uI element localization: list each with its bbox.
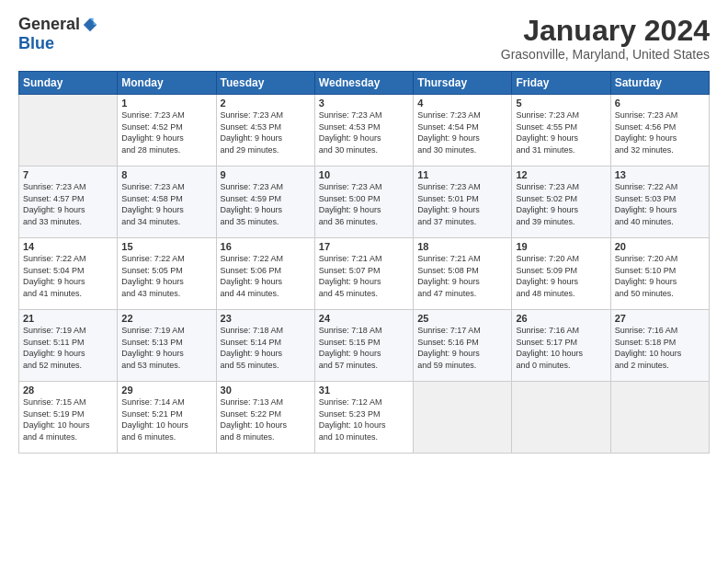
- day-info: Sunrise: 7:23 AM Sunset: 4:55 PM Dayligh…: [516, 109, 606, 155]
- logo: General Blue: [18, 15, 98, 53]
- day-number: 6: [615, 98, 705, 109]
- col-sunday: Sunday: [19, 72, 118, 95]
- table-row: 25Sunrise: 7:17 AM Sunset: 5:16 PM Dayli…: [414, 310, 512, 382]
- col-tuesday: Tuesday: [216, 72, 314, 95]
- table-row: 9Sunrise: 7:23 AM Sunset: 4:59 PM Daylig…: [216, 167, 314, 238]
- day-info: Sunrise: 7:23 AM Sunset: 5:01 PM Dayligh…: [417, 181, 507, 227]
- day-info: Sunrise: 7:14 AM Sunset: 5:21 PM Dayligh…: [121, 396, 211, 442]
- day-info: Sunrise: 7:23 AM Sunset: 4:53 PM Dayligh…: [221, 109, 311, 155]
- day-number: 27: [615, 313, 705, 324]
- day-info: Sunrise: 7:20 AM Sunset: 5:10 PM Dayligh…: [615, 253, 705, 299]
- weekday-header-row: Sunday Monday Tuesday Wednesday Thursday…: [19, 72, 710, 95]
- day-info: Sunrise: 7:23 AM Sunset: 4:57 PM Dayligh…: [23, 181, 113, 227]
- day-info: Sunrise: 7:16 AM Sunset: 5:18 PM Dayligh…: [615, 325, 705, 371]
- calendar-header: Sunday Monday Tuesday Wednesday Thursday…: [19, 72, 710, 95]
- calendar-week-row: 1Sunrise: 7:23 AM Sunset: 4:52 PM Daylig…: [19, 95, 710, 167]
- day-info: Sunrise: 7:17 AM Sunset: 5:16 PM Dayligh…: [417, 325, 507, 371]
- day-number: 9: [221, 169, 311, 180]
- day-info: Sunrise: 7:23 AM Sunset: 4:52 PM Dayligh…: [121, 109, 211, 155]
- col-saturday: Saturday: [610, 72, 709, 95]
- day-number: 4: [417, 98, 507, 109]
- table-row: 18Sunrise: 7:21 AM Sunset: 5:08 PM Dayli…: [414, 238, 512, 310]
- calendar-week-row: 7Sunrise: 7:23 AM Sunset: 4:57 PM Daylig…: [19, 167, 710, 238]
- day-number: 31: [319, 385, 409, 396]
- table-row: [512, 382, 610, 454]
- day-info: Sunrise: 7:19 AM Sunset: 5:11 PM Dayligh…: [23, 325, 113, 371]
- day-number: 26: [516, 313, 606, 324]
- day-info: Sunrise: 7:23 AM Sunset: 4:54 PM Dayligh…: [417, 109, 507, 155]
- title-section: January 2024 Grasonville, Maryland, Unit…: [501, 15, 710, 62]
- day-number: 2: [221, 98, 311, 109]
- table-row: 17Sunrise: 7:21 AM Sunset: 5:07 PM Dayli…: [314, 238, 413, 310]
- calendar-page: General Blue January 2024 Grasonville, M…: [0, 0, 728, 563]
- day-number: 30: [221, 385, 311, 396]
- day-number: 24: [319, 313, 409, 324]
- calendar-week-row: 28Sunrise: 7:15 AM Sunset: 5:19 PM Dayli…: [19, 382, 710, 454]
- day-info: Sunrise: 7:23 AM Sunset: 5:00 PM Dayligh…: [319, 181, 409, 227]
- day-info: Sunrise: 7:12 AM Sunset: 5:23 PM Dayligh…: [319, 396, 409, 442]
- table-row: 26Sunrise: 7:16 AM Sunset: 5:17 PM Dayli…: [512, 310, 610, 382]
- col-friday: Friday: [512, 72, 610, 95]
- table-row: 28Sunrise: 7:15 AM Sunset: 5:19 PM Dayli…: [19, 382, 118, 454]
- calendar-week-row: 21Sunrise: 7:19 AM Sunset: 5:11 PM Dayli…: [19, 310, 710, 382]
- table-row: 22Sunrise: 7:19 AM Sunset: 5:13 PM Dayli…: [118, 310, 216, 382]
- table-row: 30Sunrise: 7:13 AM Sunset: 5:22 PM Dayli…: [216, 382, 314, 454]
- day-info: Sunrise: 7:21 AM Sunset: 5:08 PM Dayligh…: [417, 253, 507, 299]
- day-number: 11: [417, 169, 507, 180]
- table-row: 29Sunrise: 7:14 AM Sunset: 5:21 PM Dayli…: [118, 382, 216, 454]
- day-number: 21: [23, 313, 113, 324]
- day-info: Sunrise: 7:16 AM Sunset: 5:17 PM Dayligh…: [516, 325, 606, 371]
- day-info: Sunrise: 7:23 AM Sunset: 4:53 PM Dayligh…: [319, 109, 409, 155]
- day-info: Sunrise: 7:23 AM Sunset: 4:56 PM Dayligh…: [615, 109, 705, 155]
- day-info: Sunrise: 7:18 AM Sunset: 5:15 PM Dayligh…: [319, 325, 409, 371]
- day-number: 1: [121, 98, 211, 109]
- table-row: 21Sunrise: 7:19 AM Sunset: 5:11 PM Dayli…: [19, 310, 118, 382]
- table-row: 4Sunrise: 7:23 AM Sunset: 4:54 PM Daylig…: [414, 95, 512, 167]
- calendar-table: Sunday Monday Tuesday Wednesday Thursday…: [18, 71, 710, 454]
- table-row: 27Sunrise: 7:16 AM Sunset: 5:18 PM Dayli…: [610, 310, 709, 382]
- table-row: 20Sunrise: 7:20 AM Sunset: 5:10 PM Dayli…: [610, 238, 709, 310]
- day-number: 20: [615, 241, 705, 252]
- day-info: Sunrise: 7:18 AM Sunset: 5:14 PM Dayligh…: [221, 325, 311, 371]
- table-row: 2Sunrise: 7:23 AM Sunset: 4:53 PM Daylig…: [216, 95, 314, 167]
- table-row: [414, 382, 512, 454]
- day-info: Sunrise: 7:19 AM Sunset: 5:13 PM Dayligh…: [121, 325, 211, 371]
- day-number: 22: [121, 313, 211, 324]
- day-number: 13: [615, 169, 705, 180]
- day-info: Sunrise: 7:22 AM Sunset: 5:03 PM Dayligh…: [615, 181, 705, 227]
- table-row: 14Sunrise: 7:22 AM Sunset: 5:04 PM Dayli…: [19, 238, 118, 310]
- day-number: 19: [516, 241, 606, 252]
- day-number: 23: [221, 313, 311, 324]
- day-number: 3: [319, 98, 409, 109]
- table-row: 3Sunrise: 7:23 AM Sunset: 4:53 PM Daylig…: [314, 95, 413, 167]
- day-number: 29: [121, 385, 211, 396]
- day-info: Sunrise: 7:20 AM Sunset: 5:09 PM Dayligh…: [516, 253, 606, 299]
- table-row: 5Sunrise: 7:23 AM Sunset: 4:55 PM Daylig…: [512, 95, 610, 167]
- day-number: 15: [121, 241, 211, 252]
- day-info: Sunrise: 7:22 AM Sunset: 5:05 PM Dayligh…: [121, 253, 211, 299]
- day-info: Sunrise: 7:21 AM Sunset: 5:07 PM Dayligh…: [319, 253, 409, 299]
- table-row: 31Sunrise: 7:12 AM Sunset: 5:23 PM Dayli…: [314, 382, 413, 454]
- table-row: 15Sunrise: 7:22 AM Sunset: 5:05 PM Dayli…: [118, 238, 216, 310]
- table-row: 12Sunrise: 7:23 AM Sunset: 5:02 PM Dayli…: [512, 167, 610, 238]
- col-monday: Monday: [118, 72, 216, 95]
- page-header: General Blue January 2024 Grasonville, M…: [18, 15, 710, 62]
- table-row: 1Sunrise: 7:23 AM Sunset: 4:52 PM Daylig…: [118, 95, 216, 167]
- table-row: 16Sunrise: 7:22 AM Sunset: 5:06 PM Dayli…: [216, 238, 314, 310]
- day-number: 28: [23, 385, 113, 396]
- table-row: 8Sunrise: 7:23 AM Sunset: 4:58 PM Daylig…: [118, 167, 216, 238]
- table-row: [610, 382, 709, 454]
- day-number: 10: [319, 169, 409, 180]
- location: Grasonville, Maryland, United States: [501, 47, 710, 62]
- day-number: 12: [516, 169, 606, 180]
- table-row: 6Sunrise: 7:23 AM Sunset: 4:56 PM Daylig…: [610, 95, 709, 167]
- day-number: 7: [23, 169, 113, 180]
- day-info: Sunrise: 7:22 AM Sunset: 5:06 PM Dayligh…: [221, 253, 311, 299]
- table-row: 11Sunrise: 7:23 AM Sunset: 5:01 PM Dayli…: [414, 167, 512, 238]
- day-number: 14: [23, 241, 113, 252]
- day-number: 5: [516, 98, 606, 109]
- col-wednesday: Wednesday: [314, 72, 413, 95]
- table-row: 7Sunrise: 7:23 AM Sunset: 4:57 PM Daylig…: [19, 167, 118, 238]
- day-number: 18: [417, 241, 507, 252]
- logo-blue: Blue: [18, 34, 54, 53]
